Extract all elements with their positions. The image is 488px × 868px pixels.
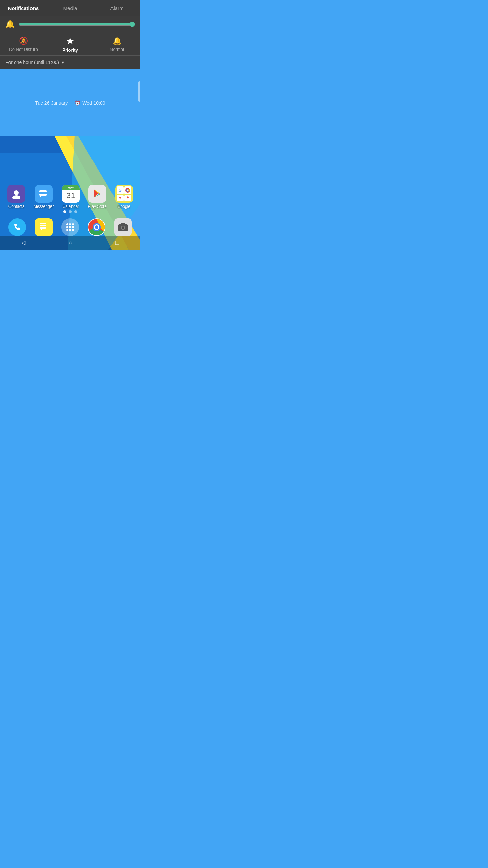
nav-bar: ◁ ○ □	[0, 236, 140, 250]
calendar-icon: MAY 31	[62, 185, 80, 203]
calendar-label: Calendar	[63, 204, 79, 209]
camera-icon	[114, 218, 132, 236]
page-dot-1	[63, 210, 66, 213]
svg-point-36	[95, 225, 98, 229]
volume-slider[interactable]	[19, 22, 135, 27]
svg-rect-21	[40, 224, 46, 225]
dock-allapps[interactable]	[61, 218, 79, 236]
messenger-label: Messenger	[34, 204, 54, 209]
svg-point-6	[14, 190, 19, 195]
playstore-icon	[88, 185, 106, 203]
chrome-icon	[88, 218, 105, 236]
svg-point-26	[72, 223, 74, 225]
alarm-time: ⏰ Wed 10:00	[75, 100, 105, 106]
app-row: Contacts Messenger MAY 31 Calendar	[0, 185, 140, 209]
page-dot-2	[69, 210, 72, 213]
volume-row: 🔔	[0, 16, 140, 33]
do-not-disturb-icon: 🔕	[19, 37, 28, 45]
svg-point-7	[12, 195, 20, 199]
contacts-label: Contacts	[8, 204, 24, 209]
svg-point-32	[72, 229, 74, 231]
svg-point-25	[69, 223, 71, 225]
google-folder-icon: G M 📍	[115, 185, 133, 203]
svg-point-19	[127, 190, 129, 191]
google-label: Google	[117, 204, 130, 209]
gmail-icon: M	[117, 195, 124, 202]
scrollbar-handle[interactable]	[138, 81, 140, 102]
date-text: Tue 26 January	[35, 100, 68, 106]
playstore-label: Play Store	[88, 204, 107, 209]
do-not-disturb-label: Do Not Disturb	[9, 47, 38, 52]
dock-chrome[interactable]	[88, 218, 105, 236]
mode-normal[interactable]: 🔔 Normal	[94, 37, 140, 53]
duration-row[interactable]: For one hour (until 11:00) ▾	[0, 56, 140, 69]
normal-icon: 🔔	[113, 37, 122, 45]
phone-icon	[8, 218, 26, 236]
svg-rect-8	[39, 190, 47, 196]
dock-phone[interactable]	[8, 218, 26, 236]
svg-point-40	[122, 227, 124, 229]
current-date: Tue 26 January	[35, 100, 68, 106]
alarm-text: Wed 10:00	[82, 100, 105, 106]
messenger-icon	[35, 185, 53, 203]
tab-notifications[interactable]: Notifications	[0, 4, 47, 13]
svg-point-31	[69, 229, 71, 231]
alarm-icon: ⏰	[75, 100, 80, 106]
mode-do-not-disturb[interactable]: 🔕 Do Not Disturb	[0, 37, 47, 53]
page-dot-3	[74, 210, 77, 213]
svg-rect-22	[40, 226, 46, 227]
contacts-icon	[7, 185, 25, 203]
date-bar: Tue 26 January ⏰ Wed 10:00	[0, 98, 140, 108]
notification-panel: Notifications Media Alarm 🔔 🔕 Do Not Dis…	[0, 0, 140, 69]
page-dots	[0, 210, 140, 213]
dock-hangouts[interactable]	[35, 218, 53, 236]
svg-point-29	[72, 226, 74, 228]
all-apps-icon	[61, 218, 79, 236]
dock	[0, 218, 140, 236]
back-button[interactable]: ◁	[21, 239, 26, 246]
tabs-row: Notifications Media Alarm	[0, 0, 140, 16]
tab-media[interactable]: Media	[47, 4, 94, 13]
recent-button[interactable]: □	[115, 239, 119, 246]
home-button[interactable]: ○	[69, 239, 73, 246]
svg-point-24	[66, 223, 68, 225]
svg-marker-11	[39, 196, 41, 198]
svg-point-30	[66, 229, 68, 231]
hangouts-icon	[35, 218, 53, 236]
app-contacts[interactable]: Contacts	[7, 185, 25, 209]
svg-rect-9	[39, 192, 47, 193]
svg-point-28	[69, 226, 71, 228]
svg-rect-41	[121, 223, 125, 225]
app-google[interactable]: G M 📍 Google	[115, 185, 133, 209]
tab-alarm[interactable]: Alarm	[94, 4, 140, 13]
app-playstore[interactable]: Play Store	[88, 185, 107, 209]
svg-point-27	[66, 226, 68, 228]
bell-icon: 🔔	[5, 20, 15, 29]
normal-label: Normal	[110, 47, 124, 52]
dock-camera[interactable]	[114, 218, 132, 236]
app-messenger[interactable]: Messenger	[34, 185, 54, 209]
priority-icon: ★	[66, 37, 74, 46]
svg-rect-10	[39, 193, 47, 194]
app-calendar[interactable]: MAY 31 Calendar	[62, 185, 80, 209]
svg-rect-20	[40, 223, 46, 229]
volume-slider-container	[19, 21, 135, 28]
chrome-small-icon	[124, 186, 131, 194]
mode-row: 🔕 Do Not Disturb ★ Priority 🔔 Normal	[0, 33, 140, 56]
priority-label: Priority	[62, 47, 78, 53]
svg-marker-23	[40, 229, 42, 230]
duration-text: For one hour (until 11:00)	[5, 60, 59, 65]
dropdown-arrow-icon: ▾	[62, 60, 64, 65]
google-g-icon: G	[117, 186, 124, 194]
mode-priority[interactable]: ★ Priority	[47, 37, 94, 53]
calendar-day: 31	[67, 190, 75, 201]
maps-icon: 📍	[124, 195, 131, 202]
